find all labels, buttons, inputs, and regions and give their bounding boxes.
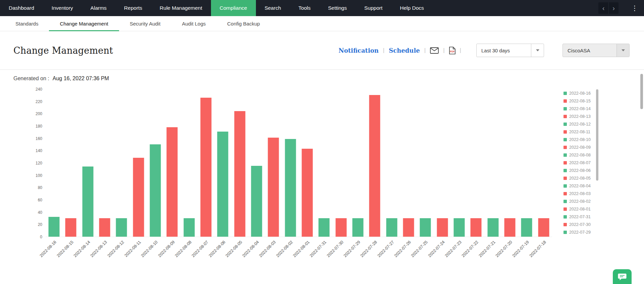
page-title: Change Management [13, 45, 113, 56]
bar-2022-07-23[interactable] [454, 218, 465, 237]
bar-2022-08-10[interactable] [150, 144, 161, 237]
bar-2022-08-01[interactable] [302, 149, 313, 237]
bar-2022-07-28[interactable] [369, 95, 380, 237]
legend-item-2022-08-04[interactable]: 2022-08-04 [564, 182, 591, 190]
legend-label: 2022-07-29 [569, 230, 591, 235]
legend-item-2022-08-02[interactable]: 2022-08-02 [564, 197, 591, 205]
bar-2022-08-08[interactable] [183, 218, 195, 237]
legend-item-2022-08-10[interactable]: 2022-08-10 [564, 136, 591, 143]
x-axis-label: 2022-07-22 [461, 240, 479, 258]
tab-change-management[interactable]: Change Management [49, 16, 119, 31]
legend-item-2022-07-30[interactable]: 2022-07-30 [564, 221, 591, 228]
nav-item-help-docs[interactable]: Help Docs [391, 0, 433, 16]
bar-slot: 2022-07-25 [417, 89, 434, 237]
legend-item-2022-08-14[interactable]: 2022-08-14 [564, 105, 591, 112]
nav-item-reports[interactable]: Reports [115, 0, 151, 16]
bar-2022-08-12[interactable] [116, 218, 127, 237]
legend-item-2022-08-01[interactable]: 2022-08-01 [564, 205, 591, 213]
legend-label: 2022-08-05 [569, 176, 591, 181]
bar-2022-08-16[interactable] [49, 217, 60, 237]
feedback-button[interactable] [613, 269, 632, 284]
legend-item-2022-08-09[interactable]: 2022-08-09 [564, 143, 591, 151]
legend-label: 2022-08-13 [569, 114, 591, 119]
legend-item-2022-08-08[interactable]: 2022-08-08 [564, 151, 591, 159]
bar-2022-07-26[interactable] [403, 218, 414, 237]
nav-scroll-left-button[interactable]: ‹ [598, 2, 608, 14]
overflow-menu-button[interactable]: ⋮ [631, 4, 638, 12]
nav-item-support[interactable]: Support [356, 0, 391, 16]
nav-item-dashboard[interactable]: Dashboard [0, 0, 43, 16]
legend-item-2022-08-05[interactable]: 2022-08-05 [564, 174, 591, 182]
bar-2022-08-15[interactable] [65, 218, 76, 237]
nav-item-compliance[interactable]: Compliance [211, 0, 256, 16]
legend-item-2022-08-15[interactable]: 2022-08-15 [564, 97, 591, 105]
legend-item-2022-07-31[interactable]: 2022-07-31 [564, 213, 591, 221]
mail-icon[interactable] [430, 47, 439, 54]
legend-item-2022-08-12[interactable]: 2022-08-12 [564, 120, 591, 128]
period-dropdown[interactable]: Last 30 days [476, 44, 544, 57]
bar-slot: 2022-07-28 [366, 89, 383, 237]
subtab-bar: StandardsChange ManagementSecurity Audit… [0, 16, 644, 31]
bar-2022-08-13[interactable] [99, 218, 110, 237]
bar-2022-08-14[interactable] [82, 167, 93, 237]
bar-2022-08-11[interactable] [133, 158, 144, 237]
bar-2022-07-18[interactable] [538, 218, 549, 237]
legend-item-2022-08-13[interactable]: 2022-08-13 [564, 112, 591, 120]
legend-item-2022-08-06[interactable]: 2022-08-06 [564, 167, 591, 174]
bar-2022-07-31[interactable] [319, 218, 330, 237]
bar-slot: 2022-07-26 [400, 89, 417, 237]
nav-item-settings[interactable]: Settings [319, 0, 356, 16]
legend-item-2022-08-03[interactable]: 2022-08-03 [564, 190, 591, 197]
tab-audit-logs[interactable]: Audit Logs [171, 16, 216, 31]
window-scrollbar-thumb[interactable] [640, 74, 643, 109]
window-scrollbar[interactable] [640, 57, 643, 284]
bar-2022-07-30[interactable] [335, 218, 346, 237]
bar-slot: 2022-08-04 [248, 89, 265, 237]
legend-scrollbar-thumb[interactable] [596, 89, 598, 181]
schedule-link[interactable]: Schedule [389, 47, 420, 54]
bar-2022-08-04[interactable] [251, 166, 262, 237]
legend-scrollbar[interactable] [596, 89, 598, 237]
nav-item-rule-management[interactable]: Rule Management [151, 0, 211, 16]
bar-2022-07-19[interactable] [521, 218, 532, 237]
y-tick-label: 220 [36, 99, 42, 104]
legend-item-2022-08-07[interactable]: 2022-08-07 [564, 159, 591, 167]
x-axis-label: 2022-08-15 [56, 240, 74, 258]
separator: | [460, 47, 461, 54]
y-tick-label: 60 [38, 198, 42, 202]
device-dropdown[interactable]: CiscoASA [562, 44, 630, 57]
nav-item-alarms[interactable]: Alarms [82, 0, 115, 16]
x-axis-label: 2022-08-08 [174, 240, 193, 258]
bar-2022-07-29[interactable] [353, 218, 364, 237]
bar-2022-07-27[interactable] [386, 218, 397, 237]
legend-item-2022-08-16[interactable]: 2022-08-16 [564, 89, 591, 97]
bar-2022-08-03[interactable] [268, 138, 279, 237]
bar-2022-07-20[interactable] [504, 218, 516, 237]
separator: | [424, 47, 426, 54]
chevron-down-icon [531, 44, 544, 57]
bar-2022-07-24[interactable] [437, 218, 448, 237]
tab-config-backup[interactable]: Config Backup [216, 16, 271, 31]
legend-item-2022-07-29[interactable]: 2022-07-29 [564, 228, 591, 236]
bar-2022-08-02[interactable] [285, 139, 296, 237]
legend-swatch [564, 161, 567, 164]
nav-scroll-right-button[interactable]: › [608, 2, 619, 14]
bar-2022-08-07[interactable] [201, 98, 212, 237]
bar-2022-08-06[interactable] [217, 132, 228, 237]
nav-item-tools[interactable]: Tools [290, 0, 319, 16]
bar-2022-07-21[interactable] [487, 218, 498, 237]
nav-item-search[interactable]: Search [256, 0, 290, 16]
bar-2022-07-22[interactable] [471, 218, 482, 237]
bar-2022-08-09[interactable] [167, 127, 178, 237]
tab-security-audit[interactable]: Security Audit [119, 16, 171, 31]
bar-slot: 2022-08-15 [62, 89, 79, 237]
bar-2022-07-25[interactable] [420, 218, 431, 237]
tab-standards[interactable]: Standards [5, 16, 49, 31]
legend-item-2022-08-11[interactable]: 2022-08-11 [564, 128, 591, 136]
legend-label: 2022-08-04 [569, 184, 591, 188]
pdf-export-icon[interactable]: PDF [449, 47, 455, 54]
bar-2022-08-05[interactable] [234, 111, 245, 237]
x-axis-label: 2022-07-26 [393, 240, 412, 258]
notification-link[interactable]: Notification [338, 47, 379, 54]
nav-item-inventory[interactable]: Inventory [43, 0, 82, 16]
